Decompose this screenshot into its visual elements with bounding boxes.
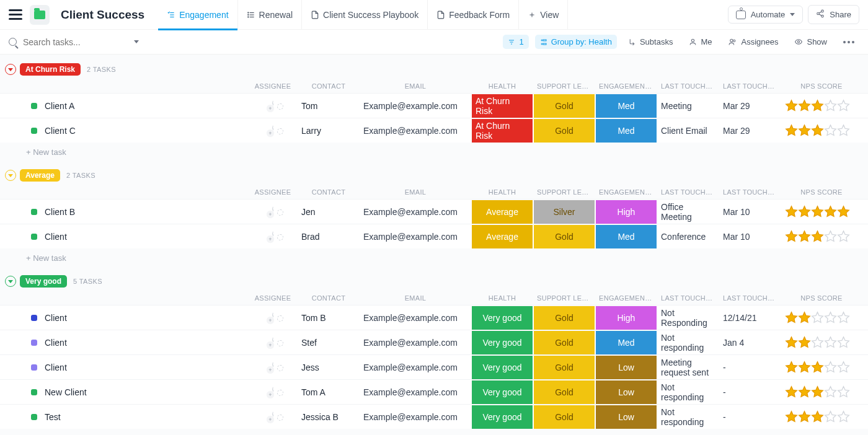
task-row[interactable]: TestJessica BExample@example.comVery goo… (0, 404, 868, 429)
svg-marker-43 (799, 231, 810, 242)
support-cell[interactable]: Gold (533, 380, 595, 404)
share-button[interactable]: Share (808, 5, 859, 24)
support-cell[interactable]: Silver (533, 200, 595, 224)
star-icon (837, 385, 850, 398)
engagement-cell[interactable]: Low (595, 405, 657, 429)
status-dot (31, 414, 37, 420)
task-row[interactable]: ClientBradExample@example.comAverageGold… (0, 224, 868, 248)
assignee-avatar[interactable] (272, 362, 273, 373)
support-cell[interactable]: Gold (533, 306, 595, 330)
health-cell[interactable]: Average (471, 200, 533, 224)
health-cell[interactable]: At Churn Risk (471, 94, 533, 118)
assignees-pill[interactable]: Assignees (723, 35, 783, 49)
col-contact: CONTACT (298, 82, 360, 90)
group-badge[interactable]: Very good (20, 275, 67, 288)
health-cell[interactable]: Very good (471, 331, 533, 354)
star-icon (824, 230, 837, 243)
subtasks-pill[interactable]: Subtasks (623, 35, 678, 49)
automate-button[interactable]: Automate (728, 6, 804, 24)
tab-renewal[interactable]: Renewal (238, 0, 302, 30)
nps-stars[interactable] (781, 361, 862, 374)
menu-icon[interactable] (9, 9, 22, 20)
group-badge[interactable]: At Churn Risk (20, 63, 81, 76)
groupby-pill[interactable]: Group by: Health (535, 35, 617, 49)
engagement-cell[interactable]: Med (595, 94, 657, 118)
health-cell[interactable]: Very good (471, 306, 533, 330)
show-pill[interactable]: Show (789, 35, 832, 49)
email-cell: Example@example.com (360, 101, 471, 111)
support-cell[interactable]: Gold (533, 331, 595, 354)
tab-client-success-playbook[interactable]: Client Success Playbook (302, 0, 428, 30)
contact-cell: Jessica B (298, 412, 360, 422)
star-icon (798, 361, 811, 374)
task-row[interactable]: Client CLarryExample@example.comAt Churn… (0, 118, 868, 143)
engagement-cell[interactable]: Med (595, 225, 657, 248)
engagement-cell[interactable]: Med (595, 119, 657, 143)
health-cell[interactable]: Very good (471, 356, 533, 379)
share-label: Share (830, 10, 851, 19)
assignee-avatar[interactable] (272, 337, 273, 348)
tab-view[interactable]: View (519, 0, 568, 30)
assignee-avatar[interactable] (272, 231, 273, 242)
health-cell[interactable]: Average (471, 225, 533, 248)
assignee-avatar[interactable] (272, 100, 273, 112)
support-cell[interactable]: Gold (533, 405, 595, 429)
contact-cell: Tom B (298, 313, 360, 323)
support-cell[interactable]: Gold (533, 94, 595, 118)
support-cell[interactable]: Gold (533, 119, 595, 143)
svg-marker-71 (838, 411, 849, 422)
health-cell[interactable]: Very good (471, 405, 533, 429)
task-row[interactable]: ClientTom BExample@example.comVery goodG… (0, 305, 868, 330)
me-pill[interactable]: Me (684, 35, 717, 49)
engagement-cell[interactable]: High (595, 200, 657, 224)
nps-stars[interactable] (781, 124, 862, 137)
nps-stars[interactable] (781, 311, 862, 324)
nps-stars[interactable] (781, 205, 862, 218)
chevron-down-icon[interactable] (134, 40, 139, 43)
svg-marker-55 (825, 337, 836, 348)
tab-feedback-form[interactable]: Feedback Form (428, 0, 519, 30)
folder-chip[interactable] (30, 5, 50, 25)
support-cell[interactable]: Gold (533, 356, 595, 379)
collapse-toggle[interactable] (5, 64, 16, 75)
assignee-avatar[interactable] (272, 411, 273, 423)
nps-stars[interactable] (781, 385, 862, 398)
assignee-avatar[interactable] (272, 206, 273, 218)
group-badge[interactable]: Average (20, 169, 60, 182)
engagement-cell[interactable]: Low (595, 356, 657, 379)
contact-cell: Larry (298, 126, 360, 136)
task-row[interactable]: Client ATomExample@example.comAt Churn R… (0, 93, 868, 118)
engagement-cell[interactable]: Low (595, 380, 657, 404)
new-task-button[interactable]: + New task (0, 143, 868, 158)
support-cell[interactable]: Gold (533, 225, 595, 248)
nps-stars[interactable] (781, 99, 862, 112)
folder-icon (34, 11, 45, 19)
svg-marker-33 (799, 125, 810, 136)
assignee-avatar[interactable] (272, 312, 273, 323)
assignee-avatar[interactable] (272, 387, 273, 398)
more-menu[interactable] (838, 38, 859, 46)
assignee-avatar[interactable] (272, 125, 273, 136)
search-input[interactable] (22, 37, 108, 48)
filter-pill[interactable]: 1 (503, 35, 528, 49)
svg-point-20 (541, 43, 542, 45)
health-cell[interactable]: Very good (471, 380, 533, 404)
task-row[interactable]: ClientStefExample@example.comVery goodGo… (0, 330, 868, 354)
search-box[interactable] (9, 37, 139, 48)
nps-stars[interactable] (781, 230, 862, 243)
health-cell[interactable]: At Churn Risk (471, 119, 533, 143)
nps-stars[interactable] (781, 336, 862, 349)
tab-engagement[interactable]: Engagement (158, 0, 237, 30)
star-icon (837, 336, 850, 349)
collapse-toggle[interactable] (5, 276, 16, 287)
task-row[interactable]: Client BJenExample@example.comAverageSil… (0, 199, 868, 224)
engagement-cell[interactable]: Med (595, 331, 657, 354)
nps-stars[interactable] (781, 410, 862, 423)
new-task-button[interactable]: + New task (0, 429, 868, 435)
svg-marker-34 (812, 125, 823, 136)
task-row[interactable]: ClientJessExample@example.comVery goodGo… (0, 354, 868, 379)
task-row[interactable]: New ClientTom AExample@example.comVery g… (0, 379, 868, 404)
collapse-toggle[interactable] (5, 170, 16, 181)
engagement-cell[interactable]: High (595, 306, 657, 330)
new-task-button[interactable]: + New task (0, 248, 868, 264)
